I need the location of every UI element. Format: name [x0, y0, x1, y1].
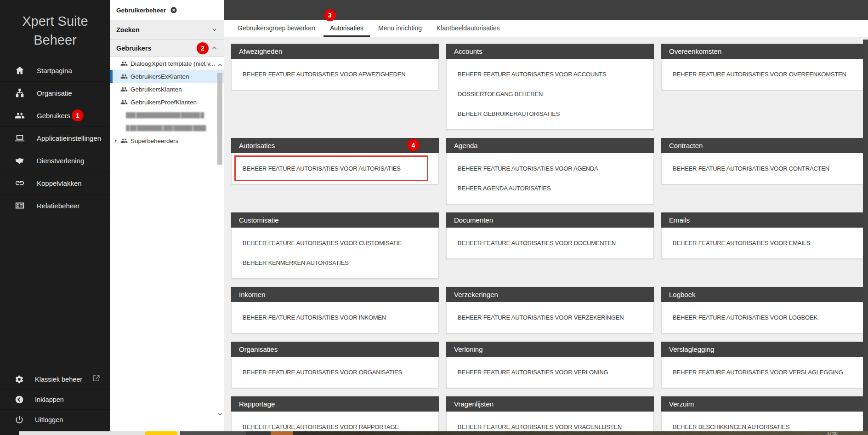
sidebar-item-relatiebeheer[interactable]: Relatiebeheer [0, 195, 110, 217]
tree-item-label: GebruikersProefKlanten [130, 99, 197, 106]
card-header: Agenda [446, 138, 654, 153]
sidebar-item-inklappen[interactable]: Inklappen [0, 389, 110, 409]
card-link-beheer-feature-autorisaties-voor-verslaglegging[interactable]: BEHEER FEATURE AUTORISATIES VOOR VERSLAG… [662, 362, 868, 382]
card-link-beheer-feature-autorisaties-voor-contracten[interactable]: BEHEER FEATURE AUTORISATIES VOOR CONTRAC… [662, 159, 868, 178]
taskbar-yellow-button[interactable] [145, 431, 177, 435]
sidebar-item-applicatieinstellingen[interactable]: Applicatieinstellingen [0, 127, 110, 149]
sidebar: Xpert Suite Beheer StartpaginaOrganisati… [0, 0, 110, 435]
tree-item-label: DialoogXpert template (niet v... [130, 60, 215, 67]
taskbar-sliver: 17:20 [0, 431, 868, 435]
power-icon [14, 415, 25, 425]
card-link-beheer-feature-autorisaties-voor-logboek[interactable]: BEHEER FEATURE AUTORISATIES VOOR LOGBOEK [662, 308, 868, 327]
card-link-beheer-feature-autorisaties-voor-emails[interactable]: BEHEER FEATURE AUTORISATIES VOOR EMAILS [662, 233, 868, 253]
card-title: Verzekeringen [454, 291, 498, 298]
card-logboek: LogboekBEHEER FEATURE AUTORISATIES VOOR … [661, 287, 868, 333]
card-header: Overeenkomsten [661, 44, 868, 59]
card-link-beheer-feature-autorisaties-voor-verloning[interactable]: BEHEER FEATURE AUTORISATIES VOOR VERLONI… [447, 362, 653, 382]
card-link-beheer-feature-autorisaties-voor-afwezigheden[interactable]: BEHEER FEATURE AUTORISATIES VOOR AFWEZIG… [232, 64, 438, 84]
card-title: Vragenlijsten [454, 400, 494, 408]
section-header-zoeken[interactable]: Zoeken [110, 20, 224, 40]
sidebar-item-gebruikers[interactable]: Gebruikers1 [0, 104, 110, 127]
card-link-beheer-feature-autorisaties-voor-customisatie[interactable]: BEHEER FEATURE AUTORISATIES VOOR CUSTOMI… [232, 233, 438, 253]
card-link-beheer-feature-autorisaties-voor-overeenkomsten[interactable]: BEHEER FEATURE AUTORISATIES VOOR OVEREEN… [662, 64, 868, 84]
card-title: Customisatie [239, 216, 279, 224]
sidebar-item-klassiek-beheer[interactable]: Klassiek beheer [0, 369, 110, 389]
user-group-icon [120, 86, 128, 93]
sidebar-item-label: Klassiek beheer [35, 376, 82, 383]
redacted-text: █ ██ ████████ ███ ██████ ████ [126, 125, 205, 131]
tree-item-label: Superbeheerders [130, 137, 178, 144]
tree-item-dialoogxpert-template-niet-v[interactable]: DialoogXpert template (niet v... [110, 57, 224, 70]
users-icon [14, 110, 26, 121]
tab-label: Gebruikersgroep bewerken [238, 24, 315, 32]
taskbar-segment [246, 431, 271, 435]
section-header-gebruikers[interactable]: Gebruikers 2 [110, 40, 224, 57]
sidebar-item-startpagina[interactable]: Startpagina [0, 59, 110, 82]
user-group-icon [120, 98, 128, 106]
tab-label: Autorisaties [330, 24, 363, 32]
card-link-beheer-feature-autorisaties-voor-verzekeringen[interactable]: BEHEER FEATURE AUTORISATIES VOOR VERZEKE… [447, 308, 653, 327]
card-link-beheer-agenda-autorisaties[interactable]: BEHEER AGENDA AUTORISATIES [447, 178, 653, 198]
redacted-text: ███ ██████████████ ██████ █ [126, 112, 204, 118]
tree-item-superbeheerders[interactable]: Superbeheerders [110, 134, 224, 147]
card-title: Rapportage [239, 400, 275, 408]
card-verzuim: VerzuimBEHEER BESCHIKKINGEN AUTORISATIES [661, 396, 868, 435]
tab-menu-inrichting[interactable]: Menu inrichting [372, 20, 428, 37]
app-window: { "app": { "title_line1": "Xpert Suite",… [0, 0, 868, 435]
card-link-beheer-feature-autorisaties-voor-inkomen[interactable]: BEHEER FEATURE AUTORISATIES VOOR INKOMEN [232, 308, 438, 327]
laptop-icon [14, 132, 26, 143]
tree-scrollbar[interactable] [217, 63, 223, 417]
sidebar-item-label: Startpagina [37, 67, 72, 74]
card-link-beheer-feature-autorisaties-voor-autorisaties[interactable]: BEHEER FEATURE AUTORISATIES VOOR AUTORIS… [232, 159, 438, 178]
card-vragenlijsten: VragenlijstenBEHEER FEATURE AUTORISATIES… [446, 396, 654, 435]
card-verslaglegging: VerslagleggingBEHEER FEATURE AUTORISATIE… [661, 342, 868, 388]
taskbar-app-button[interactable] [271, 431, 293, 435]
sidebar-item-organisatie[interactable]: Organisatie [0, 82, 110, 104]
taskbar-segment [0, 431, 19, 435]
external-link-icon [92, 374, 100, 384]
scroll-up-icon[interactable] [217, 63, 223, 68]
sidebar-item-uitloggen[interactable]: Uitloggen [0, 409, 110, 429]
tree-item-label: GebruikersExKlanten [130, 73, 189, 80]
card-link-beheer-feature-autorisaties-voor-agenda[interactable]: BEHEER FEATURE AUTORISATIES VOOR AGENDA [447, 159, 653, 178]
tree-item-redacted[interactable]: ███ ██████████████ ██████ █ [110, 109, 224, 121]
expand-caret-icon[interactable] [113, 138, 118, 143]
card-link-beheer-kenmerken-autorisaties[interactable]: BEHEER KENMERKEN AUTORISATIES [232, 253, 438, 273]
sidebar-item-dienstverlening[interactable]: Dienstverlening [0, 149, 110, 172]
taskbar-segment [293, 431, 868, 435]
card-title: Accounts [454, 47, 482, 55]
tab-bar: Gebruikersgroep bewerkenAutorisatiesMenu… [224, 20, 868, 37]
user-management-panel: Gebruikerbeheer Zoeken Gebruikers 2 Dial… [110, 0, 224, 431]
user-group-icon [120, 137, 128, 144]
sidebar-item-koppelvlakken[interactable]: Koppelvlakken [0, 172, 110, 195]
tree-item-gebruikersproefklanten[interactable]: GebruikersProefKlanten [110, 96, 224, 109]
card-link-beheer-feature-autorisaties-voor-accounts[interactable]: BEHEER FEATURE AUTORISATIES VOOR ACCOUNT… [447, 64, 653, 84]
scroll-down-icon[interactable] [217, 411, 223, 417]
card-link-beheer-feature-autorisaties-voor-documenten[interactable]: BEHEER FEATURE AUTORISATIES VOOR DOCUMEN… [447, 233, 653, 253]
tree-item-gebruikersklanten[interactable]: GebruikersKlanten [110, 83, 224, 96]
card-body: BEHEER FEATURE AUTORISATIES VOOR VERZEKE… [447, 302, 653, 333]
card-title: Inkomen [239, 291, 266, 298]
top-header-bar [110, 0, 868, 20]
card-link-beheer-feature-autorisaties-voor-organisaties[interactable]: BEHEER FEATURE AUTORISATIES VOOR ORGANIS… [232, 362, 438, 382]
card-verzekeringen: VerzekeringenBEHEER FEATURE AUTORISATIES… [446, 287, 654, 333]
gear-icon [14, 374, 25, 384]
close-icon[interactable] [170, 6, 177, 14]
scrollbar-thumb[interactable] [217, 73, 222, 165]
sidebar-footer: Klassiek beheerInklappenUitloggen [0, 369, 110, 429]
tree-item-gebruikersexklanten[interactable]: GebruikersExKlanten [110, 70, 224, 83]
card-link-dossiertoegang-beheren[interactable]: DOSSIERTOEGANG BEHEREN [447, 84, 653, 104]
card-agenda: AgendaBEHEER FEATURE AUTORISATIES VOOR A… [446, 138, 654, 204]
card-link-beheer-gebruikerautorisaties[interactable]: BEHEER GEBRUIKERAUTORISATIES [447, 104, 653, 124]
tree-item-redacted[interactable]: █ ██ ████████ ███ ██████ ████ [110, 121, 224, 134]
clock: 17:20 [827, 431, 838, 435]
tab-klantbeeldautorisaties[interactable]: Klantbeeldautorisaties [430, 20, 506, 37]
link-icon [14, 177, 26, 189]
tab-autorisaties[interactable]: Autorisaties [323, 20, 370, 37]
card-customisatie: CustomisatieBEHEER FEATURE AUTORISATIES … [231, 212, 439, 279]
card-body: BEHEER FEATURE AUTORISATIES VOOR INKOMEN [232, 302, 438, 333]
page-scrollbar[interactable] [863, 40, 868, 431]
tab-gebruikersgroep-bewerken[interactable]: Gebruikersgroep bewerken [231, 20, 322, 37]
chevron-up-icon [211, 45, 217, 51]
panel-tab-gebruikerbeheer[interactable]: Gebruikerbeheer [110, 0, 180, 20]
